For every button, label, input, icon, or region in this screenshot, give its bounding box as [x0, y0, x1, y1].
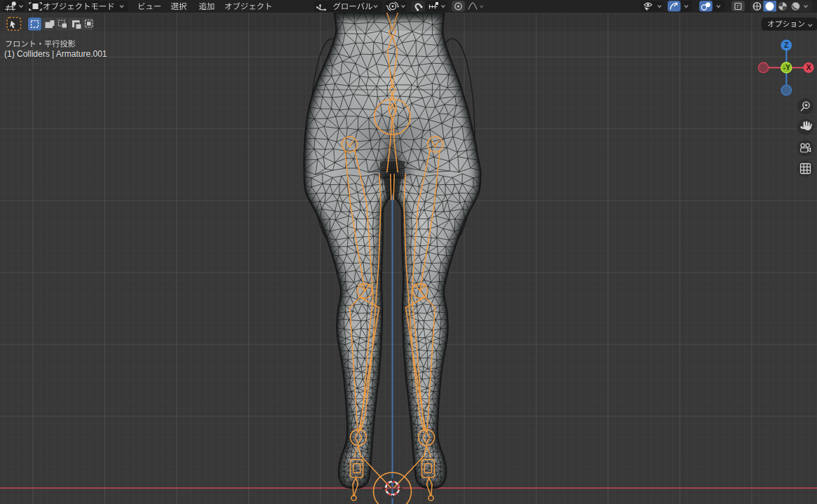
- svg-text:-Y: -Y: [783, 64, 790, 71]
- svg-text:Z: Z: [784, 41, 789, 49]
- svg-text:X: X: [806, 63, 811, 71]
